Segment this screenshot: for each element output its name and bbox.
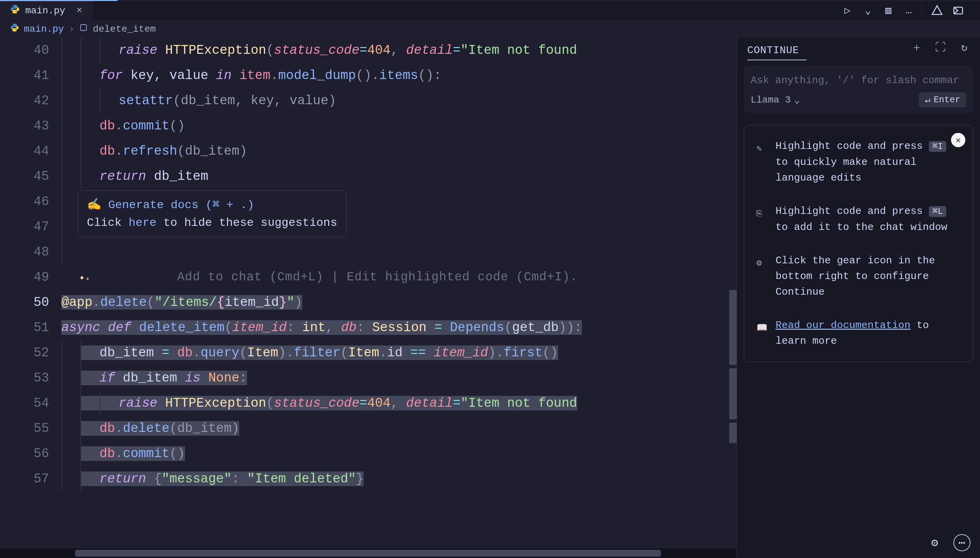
- code-line-55[interactable]: db.delete(db_item): [61, 416, 737, 441]
- generate-docs-suggestion[interactable]: ✍️ Generate docs (⌘ + .): [87, 196, 337, 214]
- code-line-52[interactable]: db_item = db.query(Item).filter(Item.id …: [61, 340, 737, 366]
- enter-button[interactable]: ↵ Enter: [919, 92, 966, 107]
- code-line-45[interactable]: return db_item: [61, 164, 737, 189]
- breadcrumb-symbol[interactable]: delete_item: [93, 24, 156, 34]
- more-menu-icon[interactable]: ⋯: [954, 534, 970, 551]
- python-icon: [10, 5, 20, 17]
- tip-configure: ⚙ Click the gear icon in the bottom righ…: [757, 253, 960, 300]
- copy-icon: ⎘: [757, 204, 767, 235]
- split-editor-icon[interactable]: ▥: [881, 3, 896, 18]
- code-line-40[interactable]: raise HTTPException(status_code=404, det…: [61, 38, 737, 63]
- breadcrumb-file[interactable]: main.py: [24, 24, 64, 34]
- tab-bar: main.py × ▷ ⌄ ▥ …: [0, 1, 980, 20]
- documentation-link[interactable]: Read our documentation: [776, 320, 911, 331]
- continue-logo-icon[interactable]: [929, 3, 945, 18]
- line-number-gutter: 40 41 42 43 44 45 46 47 48 49 50 51 52 5…: [0, 38, 61, 548]
- svg-rect-2: [81, 25, 87, 30]
- tip-edit: ✎ Highlight code and press ⌘I to quickly…: [757, 138, 960, 185]
- chat-input-container: Ask anything, '/' for slash commar Llama…: [744, 66, 973, 113]
- history-icon[interactable]: ↻: [957, 41, 971, 54]
- enter-key-icon: ↵: [925, 94, 930, 105]
- editor-actions: ▷ ⌄ ▥ …: [840, 3, 980, 18]
- run-icon[interactable]: ▷: [840, 3, 855, 18]
- code-line-50[interactable]: @app.delete("/items/{item_id}"): [61, 290, 737, 315]
- code-line-51[interactable]: async def delete_item(item_id: int, db: …: [61, 315, 737, 340]
- breadcrumb: main.py › delete_item: [0, 20, 980, 38]
- continue-panel: CONTINUE ＋ ⛶ ↻ Ask anything, '/' for sla…: [737, 38, 980, 558]
- chevron-down-icon: ⌄: [794, 94, 800, 106]
- tab-filename: main.py: [25, 5, 66, 16]
- code-line-54[interactable]: raise HTTPException(status_code=404, det…: [61, 391, 737, 416]
- code-line-53[interactable]: if db_item is None:: [61, 366, 737, 391]
- code-line-41[interactable]: for key, value in item.model_dump().item…: [61, 63, 737, 88]
- horizontal-scrollbar[interactable]: [0, 548, 737, 558]
- hide-suggestions-hint: Click here to hide these suggestions: [87, 214, 337, 231]
- close-tips-button[interactable]: ✕: [951, 133, 965, 147]
- run-chevron-icon[interactable]: ⌄: [860, 3, 875, 18]
- code-line-42[interactable]: setattr(db_item, key, value): [61, 88, 737, 113]
- scrollbar-thumb[interactable]: [75, 550, 661, 556]
- expand-icon[interactable]: ⛶: [934, 41, 947, 54]
- code-line-48[interactable]: [61, 240, 737, 265]
- code-lens[interactable]: Add to chat (Cmd+L) | Edit highlighted c…: [177, 265, 578, 290]
- continue-title: CONTINUE: [747, 44, 799, 56]
- more-actions-icon[interactable]: …: [901, 3, 916, 18]
- code-body[interactable]: raise HTTPException(status_code=404, det…: [61, 38, 737, 548]
- pencil-icon: ✍️: [87, 199, 101, 212]
- python-icon: [10, 23, 19, 35]
- chat-input[interactable]: Ask anything, '/' for slash commar: [751, 71, 966, 92]
- new-chat-icon[interactable]: ＋: [910, 41, 923, 54]
- code-line-56[interactable]: db.commit(): [61, 441, 737, 466]
- tip-chat: ⎘ Highlight code and press ⌘L to add it …: [757, 204, 960, 235]
- tip-docs: 📖 Read our documentation to learn more: [757, 317, 960, 349]
- ai-sparkle-icon[interactable]: ✦₊: [79, 265, 90, 290]
- tab-main-py[interactable]: main.py ×: [0, 1, 93, 20]
- model-selector[interactable]: Llama 3 ⌄: [751, 94, 800, 106]
- breadcrumb-sep-icon: ›: [69, 24, 75, 34]
- code-line-57[interactable]: return {"message": "Item deleted"}: [61, 466, 737, 492]
- editor-pane: 40 41 42 43 44 45 46 47 48 49 50 51 52 5…: [0, 38, 737, 558]
- edit-icon: ✎: [757, 138, 767, 185]
- inline-suggestion-box: ✍️ Generate docs (⌘ + .) Click here to h…: [78, 190, 346, 238]
- minimap[interactable]: [725, 38, 737, 548]
- function-icon: [79, 23, 88, 35]
- code-line-43[interactable]: db.commit(): [61, 113, 737, 139]
- close-icon[interactable]: ×: [76, 5, 82, 16]
- gear-icon: ⚙: [757, 253, 767, 300]
- book-icon: 📖: [757, 317, 767, 349]
- secondary-panel-icon[interactable]: [951, 3, 966, 18]
- code-line-44[interactable]: db.refresh(db_item): [61, 139, 737, 164]
- tips-card: ✕ ✎ Highlight code and press ⌘I to quick…: [744, 125, 973, 362]
- svg-marker-0: [932, 5, 942, 14]
- hide-suggestions-link[interactable]: here: [128, 216, 156, 229]
- settings-gear-icon[interactable]: ⚙: [926, 534, 943, 551]
